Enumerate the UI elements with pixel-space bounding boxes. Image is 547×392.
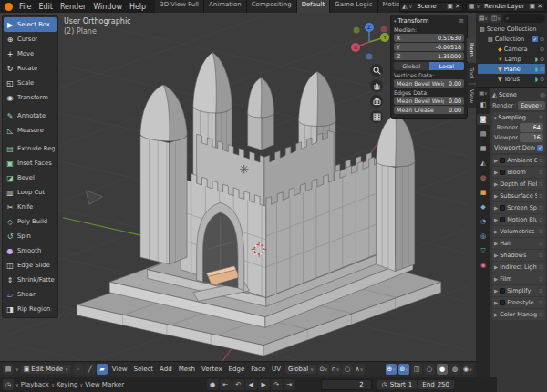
workspace-tab[interactable]: Animation [204,0,247,13]
local-button[interactable]: Local [429,62,465,70]
blender-logo-icon[interactable] [5,3,13,11]
eye-icon[interactable]: ⊙ [540,36,544,42]
axis-minus-x-ball[interactable] [381,26,387,33]
outliner-search-input[interactable]: ⌕ [503,14,545,23]
snap-magnet-button[interactable]: ∩∨ [330,364,341,375]
tool-button[interactable]: ◪ Bevel [4,170,57,185]
play-icon[interactable]: ▶ [258,379,270,390]
tool-button[interactable]: ⇕ Shrink/Fatten [4,273,57,287]
constraints-tab[interactable]: ◎ [477,231,490,242]
menubar-item[interactable]: Render [57,3,89,11]
timeline-menu-item[interactable]: Keying ∨ [57,381,83,388]
rendered-shading-button[interactable]: ◉∨ [462,364,473,375]
view-layer-tab[interactable]: ▦ [477,143,490,154]
viewport-menu-item[interactable]: View [109,366,130,373]
workspace-tab[interactable]: Motion Tracking [378,0,400,13]
properties-section-row[interactable]: ▶ Freestyle ≡ [492,297,545,308]
viewport-menu-item[interactable]: Edge [226,366,248,373]
menubar-item[interactable]: Help [126,3,150,11]
xray-toggle[interactable]: ◫∨ [411,364,422,375]
checkbox-icon[interactable] [500,158,505,163]
tool-button[interactable]: ↻ Rotate [4,61,57,76]
render-engine-dropdown[interactable]: Eevee ∨ [518,101,545,110]
world-tab[interactable]: ◍ [477,172,490,183]
properties-section-row[interactable]: ▶ Hair ≡ [492,238,545,249]
tool-button[interactable]: ◱ Scale [4,76,57,90]
expand-arrow-icon[interactable]: ▶ [494,288,498,294]
orientation-selector[interactable]: Global ∨ [285,365,316,374]
expand-arrow-icon[interactable]: ▶ [494,170,498,175]
menubar-item[interactable]: Window [89,3,126,11]
properties-section-row[interactable]: ▶ Shadows ≡ [492,250,545,261]
properties-section-row[interactable]: ▶ Volumetrics ≡ [492,226,545,237]
outliner-row[interactable]: ◆ Camera ✓ ◗ ⊙ [478,44,545,54]
workspace-tab[interactable]: Compositing [247,0,297,13]
wireframe-shading-button[interactable]: ○∨ [424,364,435,375]
tool-button[interactable]: ⊕ Cursor [4,32,57,46]
collapse-icon[interactable]: ▾ [394,18,397,24]
object-tab[interactable]: ■ [477,187,490,198]
expand-arrow-icon[interactable]: ▶ [494,276,498,282]
close-icon[interactable]: ✕ [537,3,542,10]
outliner-row[interactable]: ☀ Lamp ✓ ◗ ⊙ [478,54,545,64]
timeline-editor-button[interactable]: ◷ [3,379,14,390]
jump-to-start-icon[interactable]: ⇤ [220,379,232,390]
expand-arrow-icon[interactable]: ▶ [494,229,498,234]
properties-section-row[interactable]: ▶ Depth of Field ≡ [492,179,545,190]
vertex-select-icon[interactable]: ◦ [73,364,84,375]
tool-button[interactable]: + Move [4,46,57,61]
camera-view-icon[interactable] [370,95,383,108]
grid-view-icon[interactable] [370,110,383,123]
axis-minus-z-ball[interactable] [366,54,373,60]
expand-arrow-icon[interactable]: ▶ [494,158,498,163]
pin-icon[interactable]: ◎ [540,91,545,98]
camera-object[interactable] [86,191,102,204]
expand-arrow-icon[interactable]: ▶ [494,312,498,317]
solid-shading-button[interactable]: ●∨ [437,364,448,375]
sidebar-tab[interactable]: View [467,85,476,108]
prev-keyframe-icon[interactable]: ↶ [232,379,244,390]
renderlayer-selector[interactable]: ▦ ∨ RenderLayer ▣ ✕ [466,2,545,12]
scene-tab[interactable]: ◭ [477,158,490,169]
tool-button[interactable]: ✂ Knife [4,200,57,214]
expand-arrow-icon[interactable]: ▶ [494,193,498,199]
workspace-tab[interactable]: Default [297,0,331,13]
material-shading-button[interactable]: ◍∨ [449,364,460,375]
tool-button[interactable]: ◇ Poly Build [4,214,57,229]
viewport-menu-item[interactable]: UV [269,366,284,373]
menubar-item[interactable]: Edit [35,3,57,11]
new-renderlayer-icon[interactable]: ▣ [530,3,536,10]
checkbox-icon[interactable]: ✓ [537,145,543,151]
collapse-icon[interactable]: ▾ [494,115,497,120]
sidebar-tab[interactable]: Item [467,38,476,61]
properties-section-row[interactable]: ▶ Simplify ≡ [492,285,545,296]
modifiers-tab[interactable]: ◆ [477,201,490,212]
tool-button[interactable]: ◺ Measure [4,123,57,138]
tool-button[interactable]: ▤ Extrude Region [4,141,57,156]
next-keyframe-icon[interactable]: ↷ [271,379,283,390]
outliner-display-mode-button[interactable]: ◫∨ [490,14,501,23]
properties-section-row[interactable]: ▶ Motion Blur ≡ [492,214,545,225]
checkbox-icon[interactable] [500,300,505,305]
jump-to-end-icon[interactable]: ⇥ [284,379,295,390]
sampling-row-value[interactable]: 16 [520,133,543,142]
properties-section-row[interactable]: ▶ Film ≡ [492,273,545,284]
sampling-row-value[interactable]: 64 [520,123,543,132]
render-tab[interactable]: ◙ [477,114,490,125]
tool-button[interactable]: ● Smooth [4,243,57,258]
checkbox-icon[interactable] [500,288,505,294]
scene-selector[interactable]: ◭ ∨ Scene ▣ ✕ [399,2,463,12]
expand-arrow-icon[interactable]: ▶ [494,264,498,270]
eye-icon[interactable]: ⊙ [540,76,544,82]
pan-hand-icon[interactable] [370,79,383,92]
castle-model[interactable] [77,52,440,356]
tool-button[interactable]: ▣ Inset Faces [4,156,57,170]
expand-arrow-icon[interactable]: ▶ [494,205,498,211]
editor-type-button[interactable]: ▤ [3,364,14,375]
workspace-tab[interactable]: 3D View Full [155,0,204,13]
tool-button[interactable]: ◨ Rip Region [4,302,57,316]
properties-section-row[interactable]: ▶ Indirect Lighting ≡ [492,262,545,273]
mode-selector[interactable]: ▣ Edit Mode ∨ [21,365,71,374]
overlays-toggle[interactable]: ⊚∨ [398,364,409,375]
record-icon[interactable]: ● [207,379,219,390]
